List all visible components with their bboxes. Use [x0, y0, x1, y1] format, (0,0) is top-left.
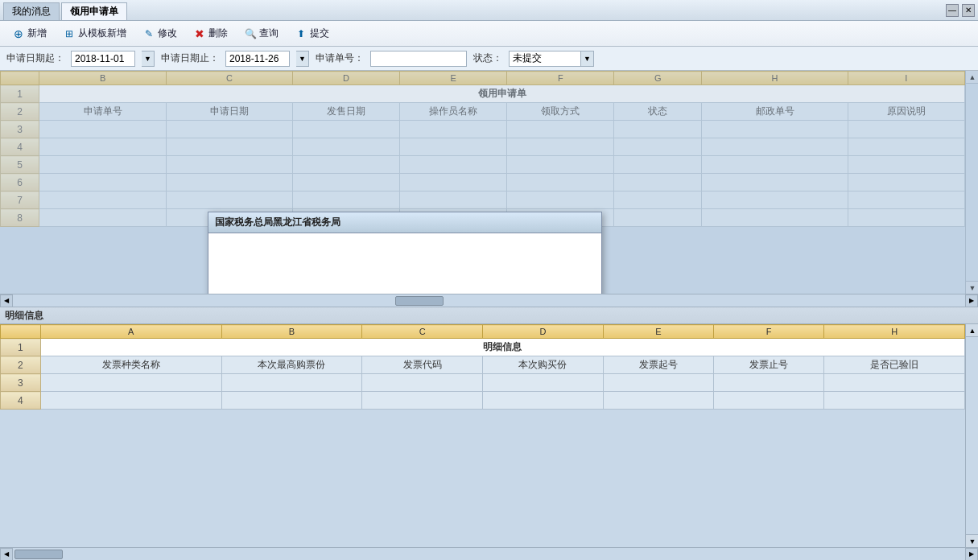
lower-cell-3-h[interactable] — [824, 374, 965, 392]
lower-cell-3-b[interactable] — [221, 374, 362, 392]
lower-row-2: 2 发票种类名称 本次最高购票份 发票代码 本次购买份 发票起号 发票止号 是否… — [1, 356, 965, 374]
lower-cell-3-d[interactable] — [482, 374, 603, 392]
modal-dialog: 国家税务总局黑龙江省税务局 系统提示: 删除成功! 确定 — [208, 212, 602, 294]
h-scroll-right-btn[interactable]: ▶ — [965, 294, 978, 307]
query-button[interactable]: 🔍 查询 — [237, 23, 286, 43]
lower-col-header-verified: 是否已验旧 — [824, 356, 965, 374]
lower-col-h: H — [824, 325, 965, 339]
start-date-input[interactable] — [71, 51, 135, 67]
submit-button[interactable]: ⬆ 提交 — [287, 23, 336, 43]
lower-col-header-max-buy: 本次最高购票份 — [221, 356, 362, 374]
start-date-dropdown[interactable]: ▼ — [142, 51, 155, 67]
lower-row-3: 3 — [1, 374, 965, 392]
status-input[interactable] — [509, 51, 581, 67]
lower-col-b: B — [221, 325, 362, 339]
lower-row-1: 1 明细信息 — [1, 339, 965, 356]
tab-my-msg[interactable]: 我的消息 — [3, 2, 60, 20]
status-label: 状态： — [473, 51, 502, 65]
lower-cell-3-e[interactable] — [603, 374, 713, 392]
lower-col-d: D — [482, 325, 603, 339]
scroll-up-lower-btn[interactable]: ▲ — [966, 324, 978, 337]
lower-cell-3-f[interactable] — [714, 374, 824, 392]
h-scroll-left-btn[interactable]: ◀ — [0, 294, 13, 307]
h-scroll-lower-left-btn[interactable]: ◀ — [0, 548, 13, 561]
lower-grid: A B C D E F H 1 明细信息 2 — [0, 324, 978, 547]
title-tabs: 我的消息 领用申请单 — [3, 0, 129, 20]
h-scroll-track[interactable] — [13, 294, 965, 307]
lower-cell-4-h[interactable] — [824, 392, 965, 410]
delete-icon: ✖ — [193, 27, 206, 40]
lower-col-empty — [1, 325, 41, 339]
serial-label: 申请单号： — [316, 51, 364, 65]
minimize-btn[interactable]: — — [946, 4, 959, 17]
lower-col-a: A — [40, 325, 221, 339]
h-scroll-thumb[interactable] — [395, 296, 444, 306]
h-scroll-lower-right-btn[interactable]: ▶ — [965, 548, 978, 561]
lower-cell-3-c[interactable] — [362, 374, 483, 392]
modal-overlay: 国家税务总局黑龙江省税务局 系统提示: 删除成功! 确定 — [0, 71, 978, 294]
lower-col-header-ticket-code: 发票代码 — [362, 356, 483, 374]
main-area: B C D E F G H I 1 领用申请单 — [0, 71, 978, 560]
upper-grid: B C D E F G H I 1 领用申请单 — [0, 71, 978, 294]
h-scrollbar-upper[interactable]: ◀ ▶ — [0, 294, 978, 307]
lower-col-e: E — [603, 325, 713, 339]
serial-input[interactable] — [370, 51, 467, 67]
edit-button[interactable]: ✎ 修改 — [135, 23, 184, 43]
search-icon: 🔍 — [244, 27, 257, 40]
template-add-button[interactable]: ⊞ 从模板新增 — [56, 23, 134, 43]
start-date-label: 申请日期起： — [6, 51, 64, 65]
add-button[interactable]: ⊕ 新增 — [5, 23, 54, 43]
h-scrollbar-lower[interactable]: ◀ ▶ — [0, 547, 978, 560]
lower-col-f: F — [714, 325, 824, 339]
template-icon: ⊞ — [63, 27, 76, 40]
modal-body: 系统提示: 删除成功! — [208, 233, 601, 294]
lower-cell-4-c[interactable] — [362, 392, 483, 410]
lower-col-c: C — [362, 325, 483, 339]
lower-cell-4-b[interactable] — [221, 392, 362, 410]
section-divider: 明细信息 — [0, 307, 978, 324]
submit-icon: ⬆ — [295, 27, 307, 40]
lower-row-num-4: 4 — [1, 392, 41, 410]
scroll-down-lower-btn[interactable]: ▼ — [966, 534, 978, 547]
lower-row-4: 4 — [1, 392, 965, 410]
lower-row-num-1: 1 — [1, 339, 41, 356]
lower-cell-4-d[interactable] — [482, 392, 603, 410]
end-date-dropdown[interactable]: ▼ — [296, 51, 309, 67]
lower-col-header-buy-qty: 本次购买份 — [482, 356, 603, 374]
lower-col-header-ticket-type: 发票种类名称 — [40, 356, 221, 374]
h-scroll-lower-thumb[interactable] — [14, 550, 63, 559]
lower-row-num-2: 2 — [1, 356, 41, 374]
lower-cell-4-f[interactable] — [714, 392, 824, 410]
v-scrollbar-lower[interactable]: ▲ ▼ — [965, 324, 978, 547]
title-bar: 我的消息 领用申请单 — ✕ — [0, 0, 978, 21]
tab-claim-form[interactable]: 领用申请单 — [61, 2, 127, 20]
lower-row-num-3: 3 — [1, 374, 41, 392]
lower-cell-3-a[interactable] — [40, 374, 221, 392]
lower-col-header-ticket-end: 发票止号 — [714, 356, 824, 374]
delete-button[interactable]: ✖ 删除 — [186, 23, 235, 43]
add-icon: ⊕ — [12, 27, 25, 40]
toolbar: ⊕ 新增 ⊞ 从模板新增 ✎ 修改 ✖ 删除 🔍 查询 ⬆ 提交 — [0, 21, 978, 47]
title-controls: — ✕ — [946, 4, 975, 17]
end-date-input[interactable] — [225, 51, 290, 67]
close-btn[interactable]: ✕ — [962, 4, 975, 17]
lower-cell-4-e[interactable] — [603, 392, 713, 410]
lower-grid-title: 明细信息 — [40, 339, 964, 356]
lower-cell-4-a[interactable] — [40, 392, 221, 410]
lower-col-header-ticket-start: 发票起号 — [603, 356, 713, 374]
lower-grid-table: A B C D E F H 1 明细信息 2 — [0, 324, 965, 410]
modal-header: 国家税务总局黑龙江省税务局 — [208, 212, 601, 233]
h-scroll-lower-track[interactable] — [13, 548, 965, 560]
end-date-label: 申请日期止： — [161, 51, 219, 65]
edit-icon: ✎ — [142, 27, 155, 40]
status-dropdown[interactable]: ▼ — [581, 51, 594, 67]
filter-bar: 申请日期起： ▼ 申请日期止： ▼ 申请单号： 状态： ▼ — [0, 47, 978, 71]
